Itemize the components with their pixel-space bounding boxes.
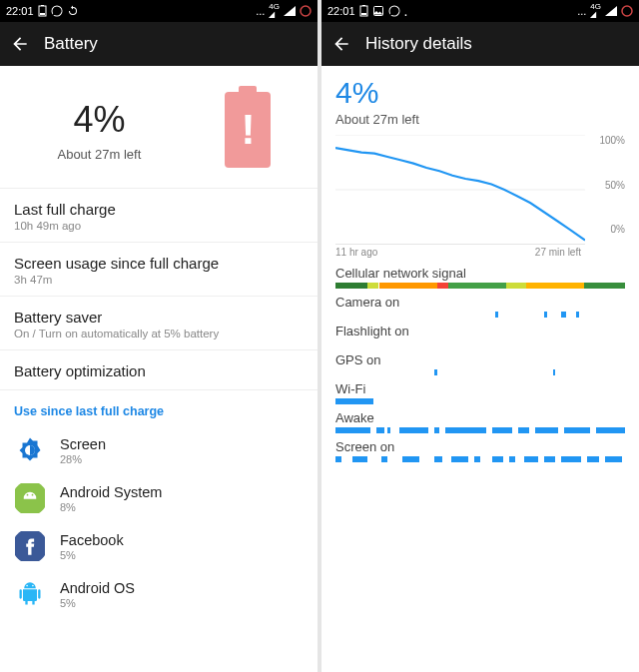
ring-icon <box>300 5 312 17</box>
battery-remaining: About 27m left <box>10 147 189 162</box>
battery-chart: 100% 50% 0% <box>335 135 625 245</box>
more-icon: ... <box>256 5 265 17</box>
whatsapp-icon <box>51 5 63 17</box>
more-icon: ... <box>577 5 586 17</box>
svg-rect-10 <box>362 5 365 6</box>
whatsapp-icon <box>388 5 400 17</box>
metric-bar <box>335 427 625 433</box>
app-item-android-system[interactable]: Android System 8% <box>0 474 318 522</box>
label: Battery saver <box>14 309 304 326</box>
status-bar: 22:01 ... 4G◢ <box>0 0 318 22</box>
battery-low-icon: ! <box>225 92 271 168</box>
app-name: Android OS <box>60 580 135 596</box>
x-label-start: 11 hr ago <box>335 247 377 258</box>
metric-label: Wi-Fi <box>335 381 625 396</box>
battery-hero: 4% About 27m left ! <box>0 66 318 188</box>
metric-label: Flashlight on <box>335 324 625 338</box>
app-name: Facebook <box>60 532 124 548</box>
battery-status-icon <box>359 5 368 17</box>
label: Screen usage since full charge <box>14 255 304 272</box>
metric-cellular[interactable]: Cellular network signal <box>335 266 625 289</box>
page-title: Battery <box>44 34 98 54</box>
sublabel: 10h 49m ago <box>14 220 304 232</box>
app-item-screen[interactable]: Screen 28% <box>0 426 318 474</box>
app-header: Battery <box>0 22 318 66</box>
row-battery-optimization[interactable]: Battery optimization <box>0 350 318 389</box>
picture-icon <box>372 5 384 17</box>
metric-label: Awake <box>335 410 625 425</box>
app-name: Screen <box>60 436 106 452</box>
metric-label: GPS on <box>335 352 625 367</box>
metric-gps[interactable]: GPS on <box>335 352 625 375</box>
status-time: 22:01 <box>6 5 34 17</box>
android-system-icon <box>14 482 46 514</box>
status-bar: 22:01 . ... 4G◢ <box>321 0 639 22</box>
app-item-android-os[interactable]: Android OS 5% <box>0 570 318 618</box>
network-4g-icon: 4G◢ <box>269 3 280 19</box>
x-label-end: 27 min left <box>535 247 581 258</box>
metric-bar <box>335 340 625 346</box>
metric-screen-on[interactable]: Screen on <box>335 439 625 462</box>
svg-point-4 <box>301 6 311 16</box>
metric-flashlight[interactable]: Flashlight on <box>335 324 625 346</box>
app-name: Android System <box>60 484 162 500</box>
facebook-icon <box>14 530 46 562</box>
row-battery-saver[interactable]: Battery saver On / Turn on automatically… <box>0 297 318 349</box>
y-label-100: 100% <box>599 135 625 146</box>
back-icon[interactable] <box>10 34 30 54</box>
app-item-facebook[interactable]: Facebook 5% <box>0 522 318 570</box>
y-label-50: 50% <box>605 180 625 191</box>
battery-percentage: 4% <box>335 76 625 110</box>
metric-bar <box>335 398 625 404</box>
svg-rect-2 <box>41 5 44 6</box>
app-pct: 5% <box>60 597 135 609</box>
app-pct: 28% <box>60 453 106 465</box>
metric-bar <box>335 369 625 375</box>
network-4g-icon: 4G◢ <box>590 3 601 19</box>
metric-awake[interactable]: Awake <box>335 410 625 433</box>
signal-icon <box>284 6 296 16</box>
app-pct: 5% <box>60 549 124 561</box>
android-icon <box>14 578 46 610</box>
history-details-screen: 22:01 . ... 4G◢ History details 4% About… <box>321 0 639 672</box>
row-last-full-charge[interactable]: Last full charge 10h 49m ago <box>0 189 318 242</box>
metric-bar <box>335 312 625 318</box>
sublabel: 3h 47m <box>14 274 304 286</box>
metric-bar <box>335 283 625 289</box>
metric-camera[interactable]: Camera on <box>335 295 625 318</box>
app-header: History details <box>321 22 639 66</box>
status-time: 22:01 <box>327 5 355 17</box>
back-icon[interactable] <box>331 34 351 54</box>
metric-label: Screen on <box>335 439 625 454</box>
battery-screen: 22:01 ... 4G◢ Battery 4% About 27m left … <box>0 0 318 672</box>
app-pct: 8% <box>60 501 162 513</box>
screen-brightness-icon <box>14 434 46 466</box>
ring-icon <box>621 5 633 17</box>
metric-label: Cellular network signal <box>335 266 625 281</box>
sync-icon <box>67 5 79 17</box>
label: Last full charge <box>14 201 304 218</box>
battery-status-icon <box>38 5 47 17</box>
metric-label: Camera on <box>335 295 625 310</box>
battery-percentage: 4% <box>10 99 189 141</box>
signal-icon <box>605 6 617 16</box>
svg-point-13 <box>622 6 632 16</box>
metric-wifi[interactable]: Wi-Fi <box>335 381 625 404</box>
dot-icon: . <box>404 3 408 19</box>
row-screen-usage[interactable]: Screen usage since full charge 3h 47m <box>0 243 318 296</box>
label: Battery optimization <box>14 362 304 379</box>
sublabel: On / Turn on automatically at 5% battery <box>14 328 304 339</box>
metric-bar <box>335 456 625 462</box>
page-title: History details <box>365 34 472 54</box>
section-title-usage: Use since last full charge <box>0 390 318 426</box>
svg-rect-1 <box>40 13 45 15</box>
svg-rect-9 <box>361 13 366 15</box>
battery-remaining: About 27m left <box>335 112 625 127</box>
y-label-0: 0% <box>611 224 625 235</box>
